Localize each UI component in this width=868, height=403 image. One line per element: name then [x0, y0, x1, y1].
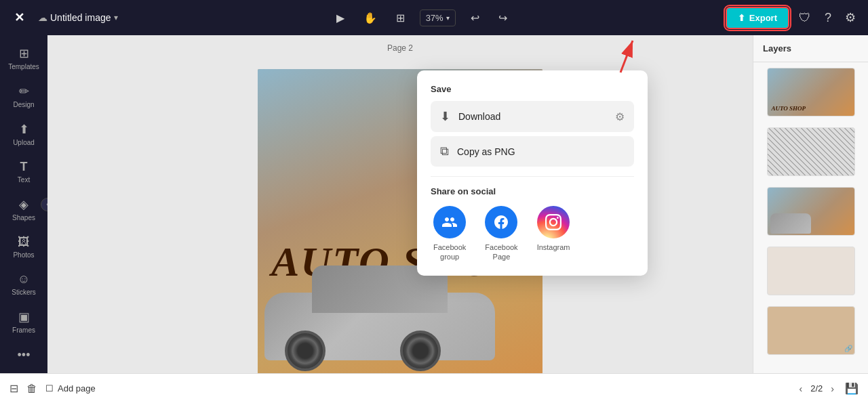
right-sidebar-layers: Layers AUTO SHOP 🔗 [753, 35, 868, 373]
share-facebook-page[interactable]: FacebookPage [485, 206, 517, 262]
design-icon: ✏ [19, 84, 29, 99]
grid-tool[interactable]: ⊞ [392, 7, 409, 28]
stickers-label: Stickers [12, 289, 36, 296]
sidebar-item-text[interactable]: T Text [4, 154, 43, 189]
prev-page-button[interactable]: ‹ [797, 381, 806, 397]
layers-header: Layers [753, 35, 868, 62]
fb-page-label: FacebookPage [485, 242, 517, 262]
download-icon: ⬇ [440, 109, 450, 124]
left-sidebar: ⊞ Templates ✏ Design ⬆ Upload T Text ◈ S… [0, 35, 47, 373]
export-label: Export [749, 13, 777, 23]
title-area: ☁ Untitled image ▾ [38, 12, 118, 23]
layer-item-2[interactable] [767, 127, 855, 176]
page-label: Page 2 [387, 43, 413, 53]
undo-button[interactable]: ↩ [467, 7, 484, 28]
document-title[interactable]: Untitled image [50, 12, 111, 23]
sidebar-item-frames[interactable]: ▣ Frames [4, 304, 43, 339]
fb-page-icon [485, 206, 517, 238]
panel-divider [431, 176, 634, 177]
frames-icon: ▣ [18, 310, 30, 324]
layer-item-3[interactable] [767, 187, 855, 236]
cloud-icon: ☁ [38, 12, 47, 23]
settings-icon[interactable]: ⚙ [841, 6, 860, 29]
sidebar-item-more[interactable]: ••• [4, 343, 43, 368]
shapes-label: Shapes [12, 214, 35, 221]
export-button[interactable]: ⬆ Export [726, 7, 789, 29]
select-tool[interactable]: ▶ [332, 7, 349, 28]
download-label: Download [458, 111, 607, 122]
export-icon: ⬆ [738, 13, 745, 23]
sidebar-item-shapes[interactable]: ◈ Shapes [4, 192, 43, 227]
save-icon[interactable]: 💾 [845, 382, 859, 395]
templates-label: Templates [8, 63, 39, 70]
shield-icon[interactable]: 🛡 [795, 7, 815, 29]
instagram-icon [537, 206, 570, 238]
sidebar-item-design[interactable]: ✏ Design [4, 79, 43, 114]
add-page-icon: ☐ [45, 383, 54, 394]
hand-tool[interactable]: ✋ [359, 7, 381, 28]
sidebar-item-stickers[interactable]: ☺ Stickers [4, 267, 43, 301]
arrow-annotation [600, 35, 641, 76]
zoom-value: 37% [426, 13, 443, 23]
design-label: Design [13, 101, 34, 108]
share-instagram[interactable]: Instagram [537, 206, 570, 262]
download-button[interactable]: ⬇ Download ⚙ [431, 101, 634, 132]
layer-5-link-icon: 🔗 [844, 345, 852, 352]
upload-label: Upload [13, 139, 35, 146]
app-logo: ✕ [8, 7, 30, 28]
title-chevron[interactable]: ▾ [114, 13, 118, 22]
layer-item-1[interactable]: AUTO SHOP [767, 68, 855, 116]
templates-icon: ⊞ [19, 46, 29, 61]
wheel-right [400, 331, 441, 371]
stickers-icon: ☺ [18, 272, 30, 287]
main-area: ⊞ Templates ✏ Design ⬆ Upload T Text ◈ S… [0, 35, 868, 373]
text-label: Text [18, 176, 30, 184]
wheel-left [285, 331, 326, 371]
frames-label: Frames [12, 326, 35, 334]
zoom-chevron: ▾ [446, 14, 450, 22]
layer-item-5[interactable]: 🔗 [767, 306, 855, 355]
zoom-control[interactable]: 37% ▾ [420, 9, 456, 26]
more-icon: ••• [18, 348, 31, 362]
fb-group-icon [433, 206, 466, 238]
delete-icon[interactable]: 🗑 [26, 383, 37, 395]
save-section-label: Save [431, 84, 634, 94]
photos-icon: 🖼 [18, 235, 30, 249]
sidebar-item-templates[interactable]: ⊞ Templates [4, 41, 43, 76]
next-page-button[interactable]: › [828, 381, 837, 397]
page-indicator: 2/2 [810, 383, 823, 394]
text-icon: T [20, 160, 28, 174]
fb-group-label: Facebookgroup [433, 242, 466, 262]
copy-png-label: Copy as PNG [457, 146, 625, 157]
sidebar-item-upload[interactable]: ⬆ Upload [4, 116, 43, 152]
shapes-icon: ◈ [19, 197, 28, 212]
topbar-center: ▶ ✋ ⊞ 37% ▾ ↩ ↪ [123, 7, 720, 28]
add-page-label: Add page [58, 383, 96, 394]
redo-button[interactable]: ↪ [494, 7, 511, 28]
instagram-label: Instagram [537, 242, 570, 252]
layer-item-4[interactable] [767, 247, 855, 295]
photos-label: Photos [13, 251, 34, 259]
layer-1-text: AUTO SHOP [772, 105, 806, 112]
export-panel: Save ⬇ Download ⚙ ⧉ Copy as PNG Share on… [417, 70, 648, 276]
thumbnail-icon[interactable]: ⊟ [9, 382, 18, 395]
copy-icon: ⧉ [440, 144, 449, 158]
svg-line-1 [620, 41, 633, 72]
upload-icon: ⬆ [19, 122, 29, 137]
topbar: ✕ ☁ Untitled image ▾ ▶ ✋ ⊞ 37% ▾ ↩ ↪ ⬆ E… [0, 0, 868, 35]
copy-png-button[interactable]: ⧉ Copy as PNG [431, 136, 634, 167]
share-facebook-group[interactable]: Facebookgroup [433, 206, 466, 262]
download-settings-icon[interactable]: ⚙ [615, 110, 625, 123]
canvas-area[interactable]: Page 2 AUTO SHO [47, 35, 753, 373]
page-navigation: ‹ 2/2 › [797, 381, 837, 397]
help-icon[interactable]: ? [821, 7, 835, 29]
share-icons-area: Facebookgroup FacebookPage Instagram [431, 206, 634, 262]
bottom-bar: ⊟ 🗑 ☐ Add page ‹ 2/2 › 💾 [0, 373, 868, 403]
topbar-right: ⬆ Export 🛡 ? ⚙ [726, 6, 860, 29]
sidebar-item-photos[interactable]: 🖼 Photos [4, 230, 43, 264]
add-page-button[interactable]: ☐ Add page [45, 383, 96, 394]
share-section-label: Share on social [431, 186, 634, 196]
